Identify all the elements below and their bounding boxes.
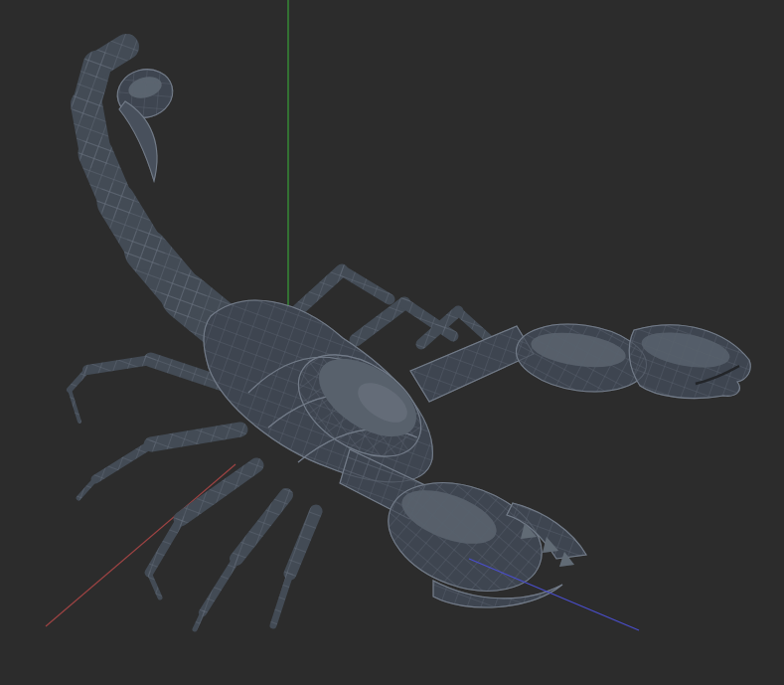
viewport-3d[interactable] <box>0 0 784 685</box>
z-axis-line <box>469 559 639 630</box>
scene-canvas <box>0 0 784 685</box>
scorpion-model[interactable] <box>70 47 750 629</box>
